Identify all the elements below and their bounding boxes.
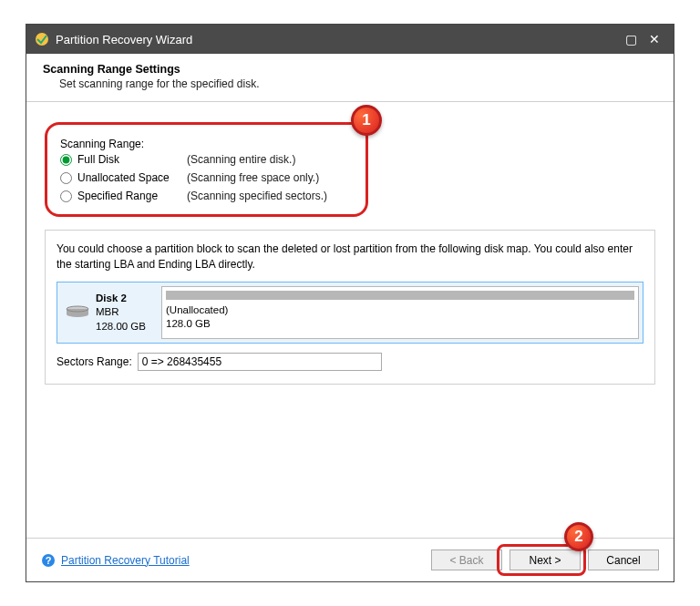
radio-label: Full Disk [77,153,187,166]
disk-style: MBR [96,305,146,320]
radio-desc: (Scanning entire disk.) [187,153,295,166]
next-button[interactable]: Next > [510,550,581,570]
titlebar: Partition Recovery Wizard ▢ ✕ [26,25,674,54]
disk-name: Disk 2 [96,292,146,306]
radio-specified-range[interactable]: Specified Range (Scanning specified sect… [60,187,353,205]
partition-bar [166,291,634,300]
next-wrap: 2 Next > [502,550,581,570]
page-title: Scanning Range Settings [43,63,657,76]
help-link[interactable]: Partition Recovery Tutorial [61,554,190,567]
back-button: < Back [431,550,502,570]
page-subtitle: Set scanning range for the specified dis… [43,77,657,90]
radio-label: Unallocated Space [77,171,187,184]
radio-input-specified[interactable] [60,190,72,202]
partition-block[interactable]: (Unallocated) 128.0 GB [161,286,639,340]
sectors-row: Sectors Range: [57,353,643,371]
disk-info: Disk 2 MBR 128.00 GB [61,286,161,340]
maximize-icon[interactable]: ▢ [619,27,643,51]
group-legend: Scanning Range: [60,138,144,150]
sectors-label: Sectors Range: [57,355,132,368]
radio-input-full-disk[interactable] [60,154,72,166]
callout-badge-2: 2 [564,522,593,551]
disk-hint: You could choose a partition block to sc… [57,241,643,272]
sectors-input[interactable] [138,353,382,371]
scanning-range-group: Scanning Range: 1 Full Disk (Scanning en… [45,122,368,217]
footer: ? Partition Recovery Tutorial < Back 2 N… [26,538,674,581]
partition-size: 128.0 GB [166,317,634,331]
cancel-button[interactable]: Cancel [588,550,659,570]
disk-size: 128.00 GB [96,320,146,334]
radio-label: Specified Range [77,190,187,202]
close-icon[interactable]: ✕ [643,27,666,51]
radio-input-unallocated[interactable] [60,172,72,184]
help-area: ? Partition Recovery Tutorial [41,553,190,568]
disk-panel: You could choose a partition block to sc… [45,230,655,385]
callout-badge-1: 1 [351,105,382,136]
app-icon [34,31,50,47]
wizard-window: Partition Recovery Wizard ▢ ✕ Scanning R… [26,24,674,582]
radio-desc: (Scanning free space only.) [187,171,319,184]
help-icon: ? [41,553,56,568]
disk-map[interactable]: Disk 2 MBR 128.00 GB (Unallocated) 128.0… [57,282,643,344]
content-area: Scanning Range: 1 Full Disk (Scanning en… [26,102,674,538]
partition-type: (Unallocated) [166,303,634,317]
radio-full-disk[interactable]: Full Disk (Scanning entire disk.) [60,150,353,169]
titlebar-text: Partition Recovery Wizard [56,33,192,46]
svg-text:?: ? [46,555,52,566]
disk-icon [65,305,90,320]
radio-unallocated-space[interactable]: Unallocated Space (Scanning free space o… [60,169,353,187]
page-header: Scanning Range Settings Set scanning ran… [26,54,674,102]
radio-desc: (Scanning specified sectors.) [187,190,327,202]
